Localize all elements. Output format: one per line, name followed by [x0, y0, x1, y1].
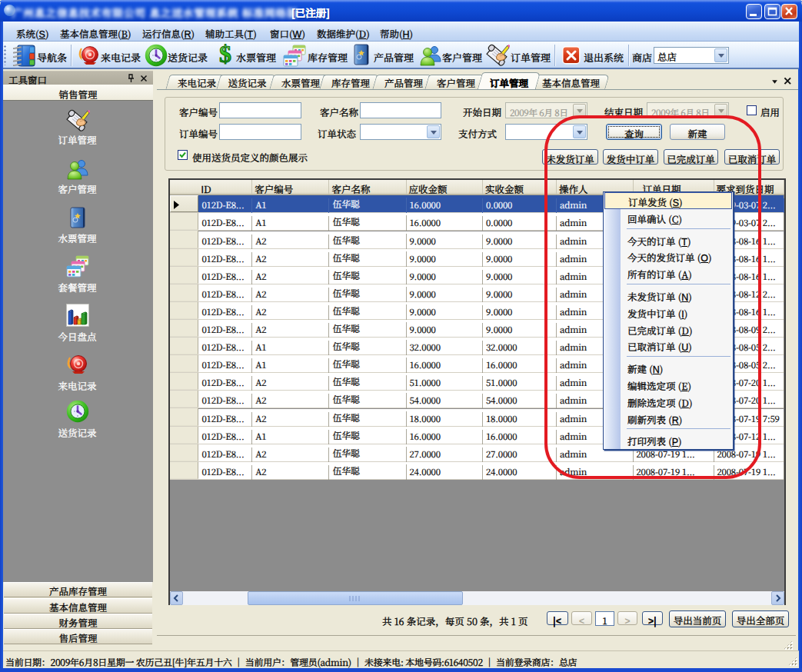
svg-text:$: $: [219, 42, 231, 67]
